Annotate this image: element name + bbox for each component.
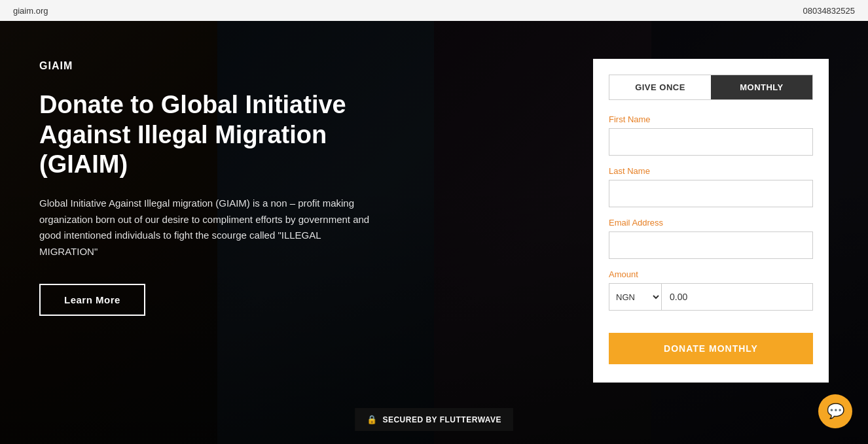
site-logo: GIAIM	[39, 60, 471, 72]
email-group: Email Address	[609, 218, 813, 259]
first-name-group: First Name	[609, 114, 813, 156]
last-name-label: Last Name	[609, 166, 813, 176]
amount-group: Amount NGN USD EUR GBP	[609, 269, 813, 311]
tab-monthly[interactable]: MONTHLY	[711, 75, 812, 99]
learn-more-button[interactable]: Learn More	[39, 284, 145, 316]
hero-description: Global Initiative Against Illegal migrat…	[39, 196, 380, 260]
currency-select[interactable]: NGN USD EUR GBP	[609, 283, 661, 311]
hero-left-panel: GIAIM Donate to Global Initiative Agains…	[39, 54, 471, 316]
amount-label: Amount	[609, 269, 813, 279]
top-bar: giaim.org 08034832525	[0, 0, 868, 21]
tab-give-once[interactable]: GIVE ONCE	[609, 75, 711, 99]
lock-icon: 🔒	[367, 415, 378, 424]
chat-icon: 💬	[827, 403, 844, 420]
last-name-input[interactable]	[609, 180, 813, 207]
donation-tabs: GIVE ONCE MONTHLY	[609, 75, 813, 100]
chat-bubble[interactable]: 💬	[818, 394, 852, 428]
email-input[interactable]	[609, 231, 813, 259]
donate-monthly-button[interactable]: DONATE MONTHLY	[609, 333, 813, 364]
first-name-input[interactable]	[609, 128, 813, 156]
last-name-group: Last Name	[609, 166, 813, 207]
email-label: Email Address	[609, 218, 813, 228]
secured-badge: 🔒 SECURED BY FLUTTERWAVE	[355, 408, 513, 431]
first-name-label: First Name	[609, 114, 813, 124]
amount-input[interactable]	[661, 283, 813, 311]
hero-title: Donate to Global Initiative Against Ille…	[39, 90, 419, 180]
hero-section: GIAIM Donate to Global Initiative Agains…	[0, 21, 868, 444]
amount-row: NGN USD EUR GBP	[609, 283, 813, 311]
contact-phone: 08034832525	[803, 6, 855, 16]
hero-content: GIAIM Donate to Global Initiative Agains…	[0, 21, 868, 444]
donation-form: GIVE ONCE MONTHLY First Name Last Name E…	[593, 59, 829, 383]
secured-label: SECURED BY FLUTTERWAVE	[382, 415, 501, 424]
site-domain: giaim.org	[13, 6, 48, 16]
